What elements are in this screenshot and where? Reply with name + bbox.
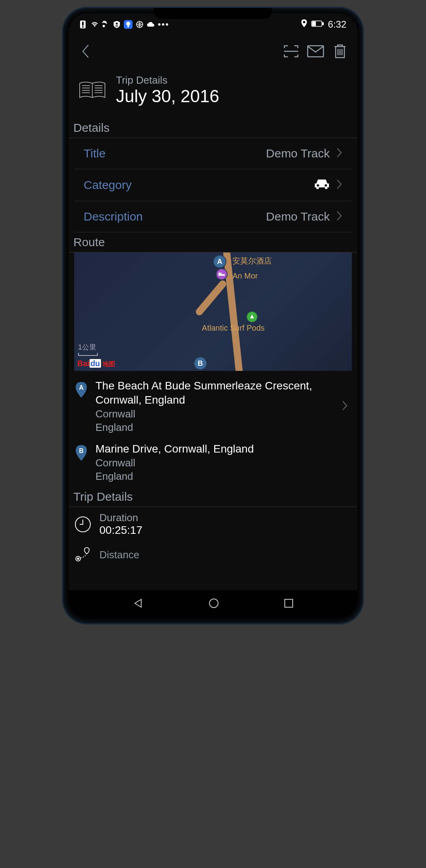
svg-point-4 (116, 23, 118, 25)
nav-back-button[interactable] (133, 598, 144, 610)
distance-label: Distance (99, 549, 139, 561)
route-a-title: The Beach At Bude Summerleaze Crescent, … (95, 379, 334, 408)
svg-rect-10 (322, 22, 323, 25)
chevron-right-icon (336, 147, 342, 160)
content-area[interactable]: Trip Details July 30, 2016 Details Title… (69, 67, 357, 590)
trip-date: July 30, 2016 (116, 86, 219, 106)
map-road (194, 279, 228, 317)
map-marker-camping (246, 311, 258, 323)
back-button[interactable] (77, 42, 95, 61)
delete-button[interactable] (331, 42, 349, 61)
alert-icon (80, 21, 88, 28)
map-attribution: Baidu地图 (77, 359, 115, 369)
route-a-region: Cornwall (95, 408, 334, 421)
duration-value: 00:25:17 (99, 524, 142, 537)
battery-icon (311, 19, 324, 30)
map-marker-a: A (213, 255, 226, 268)
wifi-icon (91, 21, 99, 28)
globe-icon (136, 21, 144, 28)
route-section-label: Route (69, 232, 357, 253)
route-b-country: England (95, 470, 335, 483)
trip-details-label: Trip Details (116, 74, 219, 86)
svg-rect-24 (285, 599, 293, 607)
svg-text:B: B (79, 447, 84, 454)
phone-screen: ••• 6:32 (69, 13, 357, 618)
svg-point-17 (220, 273, 222, 274)
bulb-icon (124, 20, 133, 29)
car-icon (314, 178, 330, 192)
map-marker-hotel (216, 268, 228, 280)
shield-icon (113, 21, 121, 28)
svg-point-5 (126, 22, 130, 26)
description-value: Demo Track (266, 210, 330, 223)
category-row[interactable]: Category (74, 169, 352, 201)
clock-icon (74, 516, 92, 533)
trip-details-section-label: Trip Details (69, 487, 357, 507)
svg-rect-11 (312, 22, 316, 26)
svg-point-3 (103, 25, 105, 27)
chevron-right-icon (342, 400, 348, 413)
svg-rect-1 (82, 22, 84, 26)
title-value: Demo Track (266, 147, 330, 160)
route-point-b[interactable]: B Marine Drive, Cornwall, England Cornwa… (69, 438, 357, 487)
pin-a-icon: A (74, 381, 88, 398)
app-toolbar (69, 36, 357, 67)
trip-header: Trip Details July 30, 2016 (69, 67, 357, 118)
mail-button[interactable] (306, 42, 325, 61)
book-icon (78, 80, 106, 101)
map-poi-label: An Mor (232, 271, 258, 281)
route-b-title: Marine Drive, Cornwall, England (95, 442, 335, 456)
title-label: Title (84, 147, 106, 160)
nav-recent-button[interactable] (284, 599, 293, 610)
map-poi-label: Atlantic Surf Pods (202, 324, 265, 333)
svg-point-13 (317, 184, 319, 187)
route-b-region: Cornwall (95, 456, 335, 470)
description-row[interactable]: Description Demo Track (74, 201, 352, 232)
phone-notch (154, 8, 272, 19)
status-right: 6:32 (301, 19, 346, 30)
svg-text:A: A (79, 384, 84, 391)
more-icon: ••• (158, 19, 169, 30)
nav-home-button[interactable] (208, 598, 219, 610)
svg-rect-2 (82, 26, 84, 28)
route-icon (74, 546, 92, 563)
duration-row: Duration 00:25:17 (69, 507, 357, 541)
scan-button[interactable] (282, 42, 301, 61)
svg-rect-15 (219, 274, 225, 276)
title-row[interactable]: Title Demo Track (74, 138, 352, 169)
category-label: Category (84, 178, 132, 192)
map-scale: 1公里 (78, 342, 98, 356)
android-nav-bar (69, 590, 357, 618)
location-icon (301, 19, 307, 30)
svg-point-14 (325, 184, 327, 187)
map-marker-b: B (194, 357, 207, 370)
map-poi-label: 安莫尔酒店 (232, 256, 272, 266)
chevron-right-icon (336, 210, 342, 223)
duration-label: Duration (99, 512, 142, 524)
chevron-right-icon (336, 179, 342, 191)
svg-rect-6 (127, 26, 129, 27)
signal-icon (102, 21, 110, 28)
svg-rect-16 (219, 273, 220, 274)
cloud-icon (147, 21, 155, 28)
svg-point-23 (209, 599, 218, 608)
details-section-label: Details (69, 118, 357, 138)
description-label: Description (84, 210, 143, 223)
svg-point-22 (77, 558, 79, 559)
distance-row: Distance (69, 541, 357, 568)
status-time: 6:32 (328, 19, 346, 30)
svg-point-8 (303, 21, 305, 23)
status-left: ••• (80, 19, 169, 30)
phone-frame: ••• 6:32 (63, 8, 363, 623)
route-a-country: England (95, 421, 334, 434)
map-view[interactable]: A 安莫尔酒店 An Mor Atlantic Surf Pods B 1公里 … (74, 253, 352, 371)
pin-b-icon: B (74, 444, 88, 462)
route-point-a[interactable]: A The Beach At Bude Summerleaze Crescent… (69, 375, 357, 438)
